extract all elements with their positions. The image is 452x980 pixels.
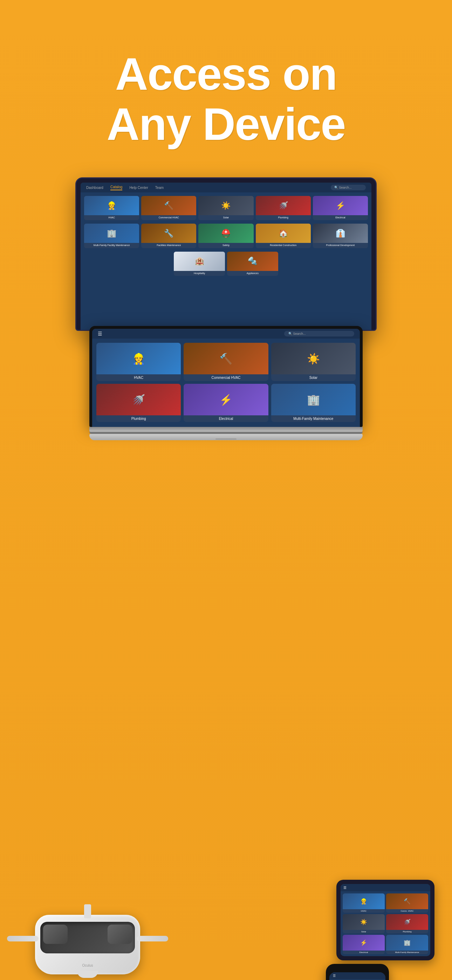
- laptop-label-plumbing: Plumbing: [96, 415, 181, 422]
- tablet-label-hvac: HVAC: [343, 909, 385, 913]
- laptop-screen-outer: ☰ 🔍 Search... 👷 HVAC 🔨 Commercial HVAC ☀…: [89, 326, 363, 427]
- hero-title-line2: Any Device: [0, 99, 452, 149]
- catalog-item-multifamily[interactable]: 🏢 Multi-Family Facility Maintenance: [84, 224, 139, 248]
- phone-device: ☰ 👷 HVAC: [326, 964, 389, 980]
- tablet-label-solar: Solar: [343, 930, 385, 933]
- catalog-label-facilities: Facilities Maintenance: [141, 243, 196, 248]
- catalog-item-residential[interactable]: 🏠 Residential Construction: [256, 224, 311, 248]
- monitor-device: Dashboard Catalog Help Center Team 🔍 Sea…: [75, 177, 377, 347]
- hamburger-icon[interactable]: ☰: [98, 331, 102, 336]
- laptop-item-solar[interactable]: ☀️ Solar: [271, 343, 356, 381]
- tablet-item-hvac[interactable]: 👷 HVAC: [343, 893, 385, 913]
- laptop-item-hvac[interactable]: 👷 HVAC: [96, 343, 181, 381]
- monitor-nav: Dashboard Catalog Help Center Team 🔍 Sea…: [81, 183, 371, 192]
- laptop-label-multifamily: Multi-Family Maintenance: [271, 415, 356, 422]
- catalog-label-professional: Professional Development: [313, 243, 368, 248]
- laptop-device: ☰ 🔍 Search... 👷 HVAC 🔨 Commercial HVAC ☀…: [89, 326, 363, 440]
- catalog-item-electrical[interactable]: ⚡ Electrical: [313, 196, 368, 220]
- laptop-search[interactable]: 🔍 Search...: [284, 331, 354, 336]
- laptop-label-electrical: Electrical: [184, 415, 268, 422]
- monitor-search[interactable]: 🔍 Search...: [331, 185, 366, 190]
- catalog-item-facilities[interactable]: 🔧 Facilities Maintenance: [141, 224, 196, 248]
- phone-notch: [349, 967, 366, 971]
- tablet-item-electrical[interactable]: ⚡ Electrical: [343, 935, 385, 954]
- phone-outer: ☰ 👷 HVAC: [326, 964, 389, 980]
- tablet-device: ☰ 👷 HVAC 🔨 Comm. HVAC ☀️ Solar: [336, 880, 434, 960]
- laptop-base: [89, 427, 363, 432]
- tablet-item-commercial[interactable]: 🔨 Comm. HVAC: [386, 893, 428, 913]
- catalog-item-solar[interactable]: ☀️ Solar: [198, 196, 253, 220]
- tablet-label-commercial: Comm. HVAC: [386, 909, 428, 913]
- catalog-label-appliances: Appliances: [227, 271, 278, 276]
- catalog-item-professional[interactable]: 👔 Professional Development: [313, 224, 368, 248]
- laptop-label-solar: Solar: [271, 374, 356, 381]
- catalog-grid-row3: 🏨 Hospitality 🔩 Appliances: [81, 252, 371, 279]
- phone-hamburger-icon[interactable]: ☰: [333, 974, 336, 978]
- laptop-screen: ☰ 🔍 Search... 👷 HVAC 🔨 Commercial HVAC ☀…: [92, 329, 360, 427]
- laptop-item-commercial-hvac[interactable]: 🔨 Commercial HVAC: [184, 343, 268, 381]
- vr-strap-left: [7, 936, 38, 942]
- laptop-item-electrical[interactable]: ⚡ Electrical: [184, 384, 268, 422]
- phone-screen: ☰ 👷 HVAC: [329, 972, 385, 980]
- tablet-item-multifamily[interactable]: 🏢 Multi-Family Maintenance: [386, 935, 428, 954]
- catalog-label-hvac: HVAC: [84, 215, 139, 220]
- catalog-label-electrical: Electrical: [313, 215, 368, 220]
- laptop-item-plumbing[interactable]: 🚿 Plumbing: [96, 384, 181, 422]
- catalog-label-commercial-hvac: Commercial HVAC: [141, 215, 196, 220]
- tablet-label-plumbing: Plumbing: [386, 930, 428, 933]
- catalog-item-commercial-hvac[interactable]: 🔨 Commercial HVAC: [141, 196, 196, 220]
- catalog-item-appliances[interactable]: 🔩 Appliances: [227, 252, 278, 276]
- laptop-bottom: [89, 434, 363, 440]
- catalog-grid-row2: 🏢 Multi-Family Facility Maintenance 🔧 Fa…: [81, 224, 371, 251]
- catalog-label-solar: Solar: [198, 215, 253, 220]
- nav-help[interactable]: Help Center: [129, 186, 148, 189]
- tablet-outer: ☰ 👷 HVAC 🔨 Comm. HVAC ☀️ Solar: [336, 880, 434, 960]
- devices-section: ☰ 🔍 Search... 👷 HVAC 🔨 Commercial HVAC ☀…: [0, 326, 452, 746]
- vr-visor: [40, 922, 135, 953]
- nav-team[interactable]: Team: [155, 186, 164, 189]
- laptop-catalog-grid: 👷 HVAC 🔨 Commercial HVAC ☀️ Solar 🚿 Plum…: [92, 339, 360, 426]
- tablet-screen: ☰ 👷 HVAC 🔨 Comm. HVAC ☀️ Solar: [341, 884, 430, 956]
- nav-dashboard[interactable]: Dashboard: [86, 186, 103, 189]
- monitor-outer: Dashboard Catalog Help Center Team 🔍 Sea…: [75, 177, 377, 331]
- catalog-label-plumbing: Plumbing: [256, 215, 311, 220]
- catalog-item-safety[interactable]: ⛑️ Safety: [198, 224, 253, 248]
- vr-body: Oculus: [35, 915, 140, 974]
- tablet-hamburger-icon[interactable]: ☰: [344, 886, 347, 889]
- catalog-grid-row1: 👷 HVAC 🔨 Commercial HVAC ☀️ Solar 🚿 Plum…: [81, 192, 371, 224]
- monitor-screen: Dashboard Catalog Help Center Team 🔍 Sea…: [81, 183, 371, 330]
- laptop-label-hvac: HVAC: [96, 374, 181, 381]
- vr-nose-rest: [77, 971, 98, 978]
- hero-title-line1: Access on: [0, 49, 452, 99]
- vr-headset: Oculus: [21, 915, 154, 974]
- catalog-item-hospitality[interactable]: 🏨 Hospitality: [174, 252, 225, 276]
- catalog-label-hospitality: Hospitality: [174, 271, 225, 276]
- laptop-label-commercial-hvac: Commercial HVAC: [184, 374, 268, 381]
- catalog-item-hvac[interactable]: 👷 HVAC: [84, 196, 139, 220]
- tablet-nav: ☰: [341, 884, 430, 891]
- tablet-catalog-grid: 👷 HVAC 🔨 Comm. HVAC ☀️ Solar 🚿 Plumbing: [341, 891, 430, 956]
- vr-brand: Oculus: [82, 964, 93, 967]
- catalog-label-safety: Safety: [198, 243, 253, 248]
- tablet-item-solar[interactable]: ☀️ Solar: [343, 914, 385, 933]
- tablet-label-electrical: Electrical: [343, 951, 385, 954]
- nav-catalog[interactable]: Catalog: [110, 185, 122, 190]
- vr-strap-top: [84, 904, 91, 918]
- tablet-label-multifamily: Multi-Family Maintenance: [386, 951, 428, 954]
- hero-section: Access on Any Device: [0, 0, 452, 170]
- bottom-spacer: [0, 746, 452, 782]
- laptop-nav: ☰ 🔍 Search...: [92, 329, 360, 339]
- catalog-item-plumbing[interactable]: 🚿 Plumbing: [256, 196, 311, 220]
- catalog-label-multifamily: Multi-Family Facility Maintenance: [84, 243, 139, 248]
- phone-nav: ☰: [329, 972, 385, 979]
- vr-strap-right: [137, 936, 168, 942]
- laptop-item-multifamily[interactable]: 🏢 Multi-Family Maintenance: [271, 384, 356, 422]
- catalog-label-residential: Residential Construction: [256, 243, 311, 248]
- tablet-item-plumbing[interactable]: 🚿 Plumbing: [386, 914, 428, 933]
